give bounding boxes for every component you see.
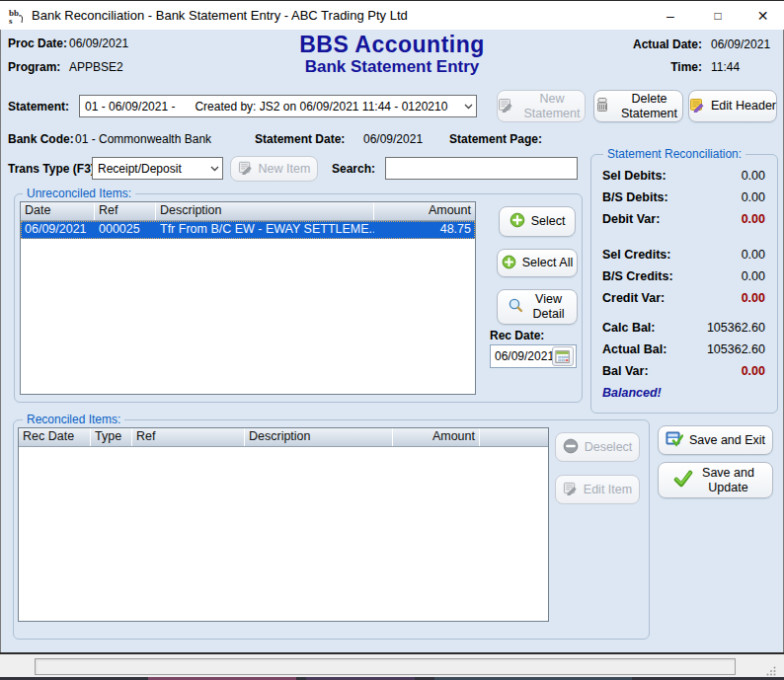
trans-type-label: Trans Type (F3): bbox=[8, 162, 99, 176]
new-statement-icon bbox=[498, 97, 513, 115]
edit-item-icon bbox=[563, 481, 578, 498]
sel-credits-label: Sel Credits: bbox=[602, 248, 670, 262]
deselect-label: Deselect bbox=[585, 440, 633, 455]
title-bar[interactable]: bb s Bank Reconciliation - Bank Statemen… bbox=[0, 0, 784, 30]
trans-type-value: Receipt/Deposit bbox=[93, 162, 206, 176]
cell-amount: 48.75 bbox=[374, 221, 475, 239]
edit-header-button[interactable]: Edit Header bbox=[688, 90, 777, 122]
new-statement-label: New Statement bbox=[519, 92, 585, 121]
app-title: BBS Accounting bbox=[244, 32, 540, 58]
unreconciled-row-selected[interactable]: 06/09/2021 000025 Tfr From B/C EW - EWAY… bbox=[21, 221, 475, 239]
bs-debits-value: 0.00 bbox=[742, 190, 765, 204]
reconciled-items-title: Reconciled Items: bbox=[23, 413, 124, 426]
chevron-down-icon bbox=[206, 166, 222, 172]
edit-item-button[interactable]: Edit Item bbox=[555, 475, 640, 504]
resize-grip[interactable] bbox=[766, 662, 776, 672]
minimize-button[interactable]: – bbox=[647, 1, 694, 31]
cell-date: 06/09/2021 bbox=[21, 221, 95, 239]
search-label: Search: bbox=[332, 162, 375, 176]
statement-label: Statement: bbox=[8, 100, 69, 113]
column-header-rec-date[interactable]: Rec Date bbox=[19, 428, 91, 446]
statement-dropdown[interactable]: 01 - 06/09/2021 - Created by: JS2 on 06/… bbox=[79, 95, 477, 117]
column-header-blank bbox=[480, 428, 548, 446]
bbs-app-icon: bb s bbox=[8, 7, 26, 25]
save-and-update-label: Save and Update bbox=[699, 466, 758, 495]
actual-date-label: Actual Date: bbox=[633, 38, 702, 51]
bal-var-label: Bal Var: bbox=[602, 364, 649, 378]
statement-page-label: Statement Page: bbox=[449, 132, 542, 146]
edit-item-label: Edit Item bbox=[584, 483, 632, 497]
column-header-amount[interactable]: Amount bbox=[393, 428, 480, 446]
column-header-amount[interactable]: Amount bbox=[374, 202, 475, 220]
bank-code-label: Bank Code: bbox=[8, 132, 74, 146]
date-time-block: Actual Date: 06/09/2021 Time: 11:44 bbox=[633, 38, 775, 74]
delete-statement-button[interactable]: Delete Statement bbox=[593, 90, 683, 122]
window-title: Bank Reconciliation - Bank Statement Ent… bbox=[32, 8, 408, 23]
bs-debits-label: B/S Debits: bbox=[602, 190, 668, 204]
actual-bal-label: Actual Bal: bbox=[602, 342, 666, 356]
unreconciled-grid-header: Date Ref Description Amount bbox=[21, 202, 475, 221]
new-item-icon bbox=[238, 160, 253, 178]
proc-date-value: 06/09/2021 bbox=[69, 37, 128, 50]
green-check-icon bbox=[673, 470, 693, 491]
bank-code-value: 01 - Commonwealth Bank bbox=[75, 132, 211, 146]
save-and-exit-button[interactable]: Save and Exit bbox=[658, 425, 773, 455]
screen-title: Bank Statement Entry bbox=[244, 57, 540, 77]
maximize-button[interactable]: □ bbox=[694, 1, 742, 31]
debit-var-label: Debit Var: bbox=[602, 212, 660, 226]
new-statement-button[interactable]: New Statement bbox=[497, 90, 586, 122]
debit-var-value: 0.00 bbox=[742, 212, 765, 226]
column-header-ref[interactable]: Ref bbox=[132, 428, 245, 446]
save-and-exit-label: Save and Exit bbox=[689, 433, 765, 448]
unreconciled-items-title: Unreconciled Items: bbox=[23, 187, 135, 200]
search-input[interactable] bbox=[385, 157, 578, 180]
status-message-panel bbox=[35, 658, 736, 675]
balanced-status: Balanced! bbox=[602, 386, 662, 400]
column-header-type[interactable]: Type bbox=[91, 428, 132, 446]
statement-date-label: Statement Date: bbox=[255, 132, 345, 146]
trans-type-dropdown[interactable]: Receipt/Deposit bbox=[92, 157, 223, 180]
chevron-down-icon bbox=[460, 104, 476, 110]
credit-var-value: 0.00 bbox=[742, 291, 765, 305]
column-header-description[interactable]: Description bbox=[245, 428, 393, 446]
select-label: Select bbox=[531, 214, 566, 229]
sel-debits-label: Sel Debits: bbox=[602, 169, 666, 183]
rec-date-input[interactable] bbox=[491, 349, 552, 363]
statement-date-value: 06/09/2021 bbox=[363, 132, 423, 146]
edit-icon bbox=[689, 97, 705, 115]
credit-var-label: Credit Var: bbox=[602, 291, 665, 305]
actual-bal-value: 105362.60 bbox=[707, 342, 765, 356]
view-detail-button[interactable]: View Detail bbox=[497, 289, 578, 325]
calendar-icon[interactable] bbox=[552, 346, 574, 366]
new-item-button[interactable]: New Item bbox=[230, 156, 318, 182]
svg-text:s: s bbox=[9, 16, 13, 25]
magnifier-icon bbox=[508, 297, 524, 317]
time-label: Time: bbox=[633, 60, 702, 74]
column-header-ref[interactable]: Ref bbox=[95, 202, 156, 220]
save-and-update-button[interactable]: Save and Update bbox=[658, 462, 773, 498]
bs-credits-label: B/S Credits: bbox=[602, 269, 673, 283]
edit-header-label: Edit Header bbox=[711, 99, 776, 113]
select-all-button[interactable]: Select All bbox=[497, 249, 578, 277]
status-bar bbox=[0, 654, 784, 677]
cell-ref: 000025 bbox=[95, 221, 156, 239]
statement-reconciliation-group: Statement Reconciliation: Sel Debits:0.0… bbox=[590, 154, 778, 414]
column-header-date[interactable]: Date bbox=[21, 202, 95, 220]
unreconciled-items-grid: Date Ref Description Amount 06/09/2021 0… bbox=[20, 201, 476, 395]
plus-circle-icon bbox=[510, 212, 525, 231]
sel-debits-value: 0.00 bbox=[742, 169, 765, 183]
minus-circle-icon bbox=[563, 438, 579, 457]
program-value: APPBSE2 bbox=[69, 60, 123, 74]
sel-credits-value: 0.00 bbox=[742, 248, 765, 262]
save-exit-icon bbox=[666, 431, 683, 450]
calc-bal-label: Calc Bal: bbox=[602, 321, 656, 335]
close-button[interactable]: ✕ bbox=[742, 1, 784, 31]
plus-circle-icon bbox=[502, 255, 516, 272]
column-header-description[interactable]: Description bbox=[156, 202, 374, 220]
reconciled-grid-header: Rec Date Type Ref Description Amount bbox=[19, 428, 548, 447]
time-value: 11:44 bbox=[702, 60, 775, 74]
rec-date-field bbox=[490, 344, 577, 368]
deselect-button[interactable]: Deselect bbox=[555, 432, 640, 462]
statement-dropdown-value: 01 - 06/09/2021 - Created by: JS2 on 06/… bbox=[80, 100, 460, 113]
select-button[interactable]: Select bbox=[499, 206, 576, 237]
